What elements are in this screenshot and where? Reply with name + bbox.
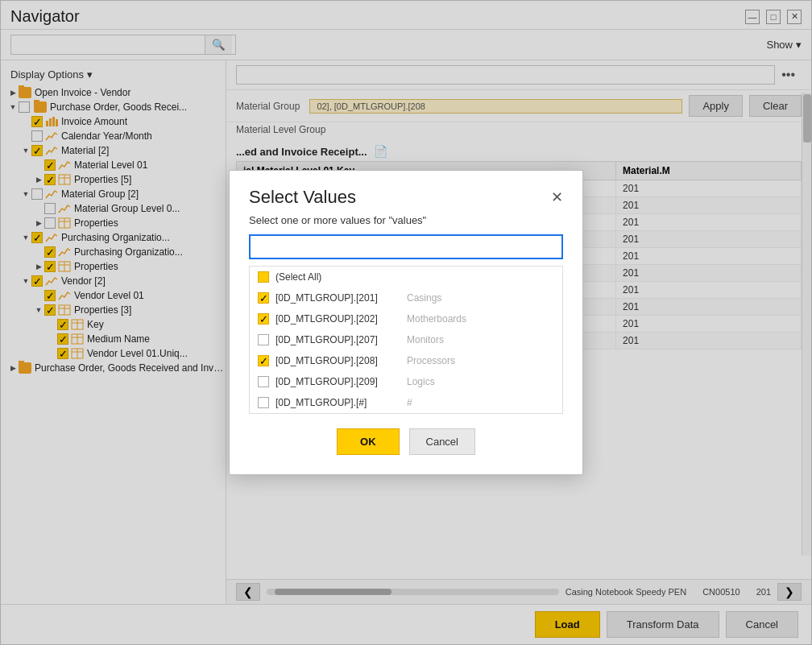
modal-list: (Select All)✓[0D_MTLGROUP].[201]Casings✓…	[249, 266, 563, 414]
modal-item-name: Casings	[407, 292, 441, 304]
modal-item-name: Monitors	[407, 334, 444, 345]
modal-item-name: #	[407, 397, 412, 408]
modal-checkbox: ✓	[258, 292, 269, 304]
modal-item-name: Motherboards	[407, 313, 466, 325]
modal-checkbox	[258, 397, 269, 408]
modal-item-code: [0D_MTLGROUP].[202]	[276, 313, 400, 325]
modal-checkbox	[258, 271, 269, 283]
modal-list-item[interactable]: [0D_MTLGROUP].[#]#	[250, 392, 562, 413]
modal-item-code: [0D_MTLGROUP].[209]	[276, 376, 400, 387]
modal-item-code: [0D_MTLGROUP].[207]	[276, 334, 400, 345]
modal-close-button[interactable]: ✕	[551, 190, 563, 205]
modal-checkbox: ✓	[258, 355, 269, 366]
modal-subtitle: Select one or more values for "values"	[230, 214, 582, 234]
modal-search-input[interactable]	[249, 234, 563, 259]
modal-item-name: Processors	[407, 355, 455, 366]
modal-ok-button[interactable]: OK	[337, 428, 400, 455]
modal-item-code: [0D_MTLGROUP].[#]	[276, 397, 400, 408]
modal-item-code: [0D_MTLGROUP].[208]	[276, 355, 400, 366]
modal-overlay: Select Values ✕ Select one or more value…	[1, 1, 811, 644]
select-values-modal: Select Values ✕ Select one or more value…	[229, 170, 583, 475]
app-window: Navigator — □ ✕ 🔍 Show ▾ Display Options…	[0, 0, 812, 645]
modal-header: Select Values ✕	[230, 171, 582, 214]
modal-item-name: Logics	[407, 376, 435, 387]
modal-list-item[interactable]: [0D_MTLGROUP].[207]Monitors	[250, 329, 562, 350]
modal-item-code: (Select All)	[276, 271, 400, 283]
modal-list-item[interactable]: ✓[0D_MTLGROUP].[201]Casings	[250, 287, 562, 308]
modal-list-item[interactable]: ✓[0D_MTLGROUP].[208]Processors	[250, 350, 562, 371]
modal-item-code: [0D_MTLGROUP].[201]	[276, 292, 400, 304]
modal-list-item[interactable]: [0D_MTLGROUP].[209]Logics	[250, 371, 562, 392]
modal-checkbox	[258, 376, 269, 387]
modal-list-item[interactable]: ✓[0D_MTLGROUP].[202]Motherboards	[250, 308, 562, 329]
modal-checkbox: ✓	[258, 313, 269, 325]
modal-checkbox	[258, 334, 269, 345]
modal-cancel-button[interactable]: Cancel	[409, 428, 475, 455]
modal-title: Select Values	[249, 187, 356, 208]
modal-footer: OK Cancel	[230, 414, 582, 474]
modal-list-item[interactable]: (Select All)	[250, 267, 562, 287]
